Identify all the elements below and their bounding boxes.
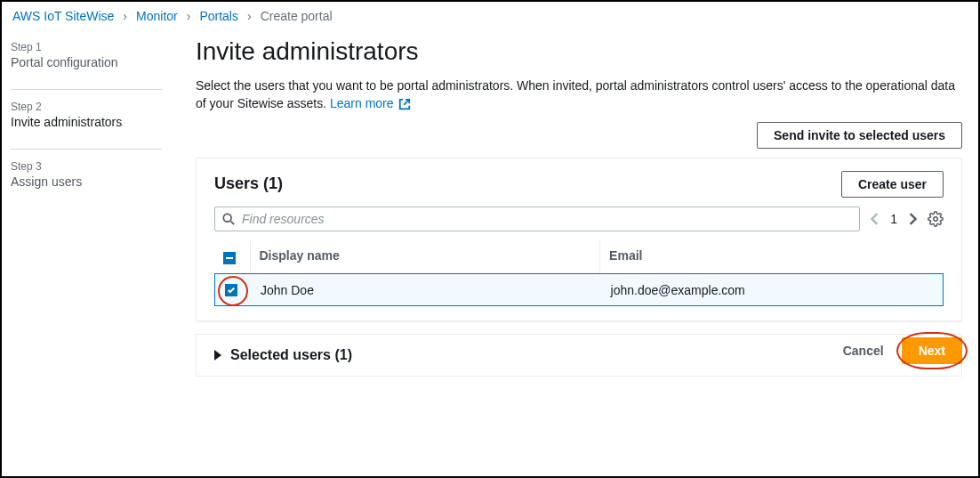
step-title: Assign users: [11, 174, 169, 189]
breadcrumb-link[interactable]: Portals: [199, 9, 238, 23]
page-description: Select the users that you want to be por…: [196, 77, 962, 113]
caret-right-icon: [214, 350, 221, 361]
cancel-button[interactable]: Cancel: [843, 344, 884, 358]
select-all-checkbox[interactable]: [223, 252, 236, 264]
chevron-right-icon: ›: [187, 9, 191, 23]
search-input[interactable]: [242, 212, 852, 226]
wizard-step-1[interactable]: Step 1 Portal configuration: [11, 41, 169, 69]
users-panel-title: Users (1): [214, 174, 283, 193]
users-table: Display name Email: [214, 240, 944, 306]
wizard-step-3[interactable]: Step 3 Assign users: [11, 160, 169, 189]
pagination-next[interactable]: [908, 213, 917, 225]
create-user-button[interactable]: Create user: [841, 171, 944, 198]
step-title: Invite administrators: [11, 115, 169, 129]
svg-point-1: [934, 216, 938, 221]
selected-users-title: Selected users (1): [230, 347, 352, 363]
breadcrumb-link[interactable]: Monitor: [136, 9, 178, 23]
step-title: Portal configuration: [11, 55, 169, 69]
column-header-email[interactable]: Email: [600, 240, 944, 274]
step-label: Step 2: [11, 101, 169, 113]
chevron-right-icon: ›: [247, 9, 252, 23]
wizard-step-2[interactable]: Step 2 Invite administrators: [11, 101, 169, 129]
step-label: Step 1: [11, 41, 169, 53]
step-label: Step 3: [11, 160, 169, 173]
divider: [11, 89, 162, 90]
external-link-icon: [398, 98, 411, 110]
column-header-display-name[interactable]: Display name: [250, 240, 600, 274]
next-button[interactable]: Next: [902, 337, 962, 364]
search-input-wrapper[interactable]: [214, 207, 860, 231]
breadcrumb-current: Create portal: [261, 9, 333, 23]
row-checkbox[interactable]: [225, 284, 237, 296]
cell-display-name: John Doe: [250, 273, 600, 306]
learn-more-link[interactable]: Learn more: [330, 96, 411, 110]
page-title: Invite administrators: [196, 37, 962, 66]
users-panel: Users (1) Create user: [196, 158, 962, 321]
breadcrumb-link[interactable]: AWS IoT SiteWise: [12, 9, 114, 23]
pagination: 1: [871, 212, 917, 226]
divider: [11, 149, 162, 150]
search-icon: [222, 213, 235, 225]
svg-point-0: [223, 214, 231, 222]
pagination-page: 1: [890, 212, 897, 226]
cell-email: john.doe@example.com: [600, 273, 944, 306]
chevron-right-icon: ›: [123, 9, 127, 23]
settings-button[interactable]: [928, 211, 944, 227]
pagination-prev[interactable]: [871, 213, 880, 225]
wizard-steps-sidebar: Step 1 Portal configuration Step 2 Invit…: [2, 32, 180, 377]
send-invite-button[interactable]: Send invite to selected users: [757, 122, 962, 149]
breadcrumb: AWS IoT SiteWise › Monitor › Portals › C…: [2, 2, 978, 32]
table-row[interactable]: John Doe john.doe@example.com: [214, 273, 944, 306]
